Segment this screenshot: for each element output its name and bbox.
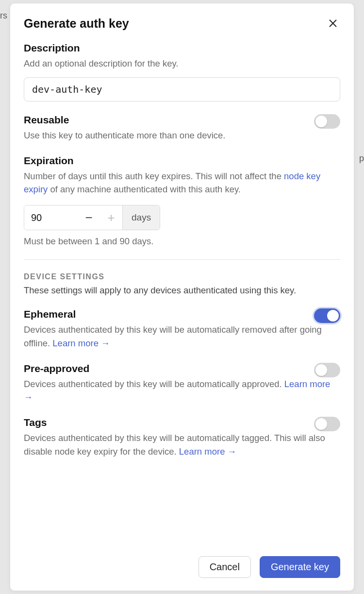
ephemeral-toggle[interactable]: [314, 308, 340, 323]
expiration-hint: Must be between 1 and 90 days.: [24, 236, 340, 247]
ephemeral-section: Ephemeral Devices authenticated by this …: [24, 308, 340, 350]
generate-auth-key-modal: Generate auth key Description Add an opt…: [10, 3, 354, 591]
ephemeral-title: Ephemeral: [24, 308, 76, 320]
expiration-stepper: − + days: [24, 205, 160, 230]
tags-toggle[interactable]: [314, 417, 340, 431]
description-section: Description Add an optional description …: [24, 42, 340, 102]
preapproved-section: Pre-approved Devices authenticated by th…: [24, 363, 340, 405]
tags-section: Tags Devices authenticated by this key w…: [24, 417, 340, 458]
expiration-value-input[interactable]: [24, 205, 78, 230]
preapproved-toggle[interactable]: [314, 363, 340, 377]
tags-title: Tags: [24, 417, 47, 428]
generate-key-button[interactable]: Generate key: [260, 556, 340, 578]
tags-help-text: Devices authenticated by this key will b…: [24, 433, 325, 457]
ephemeral-learn-more-link[interactable]: Learn more →: [52, 338, 110, 348]
reusable-section: Reusable Use this key to authenticate mo…: [24, 114, 340, 142]
section-divider: [24, 259, 340, 260]
modal-body: Generate auth key Description Add an opt…: [10, 3, 354, 547]
bg-fragment: p: [359, 153, 364, 164]
expiration-section: Expiration Number of days until this aut…: [24, 155, 340, 247]
tags-help: Devices authenticated by this key will b…: [24, 431, 340, 458]
reusable-title: Reusable: [24, 114, 69, 126]
expiration-title: Expiration: [24, 155, 340, 167]
expiration-help-b: of any machine authenticated with this a…: [48, 184, 241, 194]
expiration-help-a: Number of days until this auth key expir…: [24, 171, 284, 181]
device-settings-sub: These settings will apply to any devices…: [24, 285, 340, 296]
ephemeral-help: Devices authenticated by this key will b…: [24, 323, 340, 350]
expiration-unit: days: [122, 205, 160, 230]
modal-header: Generate auth key: [24, 16, 340, 31]
description-input[interactable]: [24, 77, 340, 102]
expiration-increment-button[interactable]: +: [100, 205, 122, 230]
expiration-help: Number of days until this auth key expir…: [24, 170, 340, 197]
reusable-help: Use this key to authenticate more than o…: [24, 129, 340, 142]
modal-footer: Cancel Generate key: [10, 547, 354, 591]
expiration-decrement-button[interactable]: −: [78, 205, 100, 230]
preapproved-title: Pre-approved: [24, 363, 89, 374]
description-help: Add an optional description for the key.: [24, 57, 340, 70]
modal-title: Generate auth key: [24, 17, 129, 31]
close-button[interactable]: [326, 16, 340, 31]
description-title: Description: [24, 42, 340, 54]
reusable-toggle[interactable]: [314, 114, 340, 129]
close-icon: [328, 18, 338, 29]
preapproved-help-text: Devices authenticated by this key will b…: [24, 379, 284, 389]
device-settings-heading: DEVICE SETTINGS: [24, 272, 340, 281]
cancel-button[interactable]: Cancel: [199, 556, 251, 578]
preapproved-help: Devices authenticated by this key will b…: [24, 377, 340, 405]
tags-learn-more-link[interactable]: Learn more →: [179, 446, 236, 457]
bg-fragment: rs: [0, 11, 7, 21]
